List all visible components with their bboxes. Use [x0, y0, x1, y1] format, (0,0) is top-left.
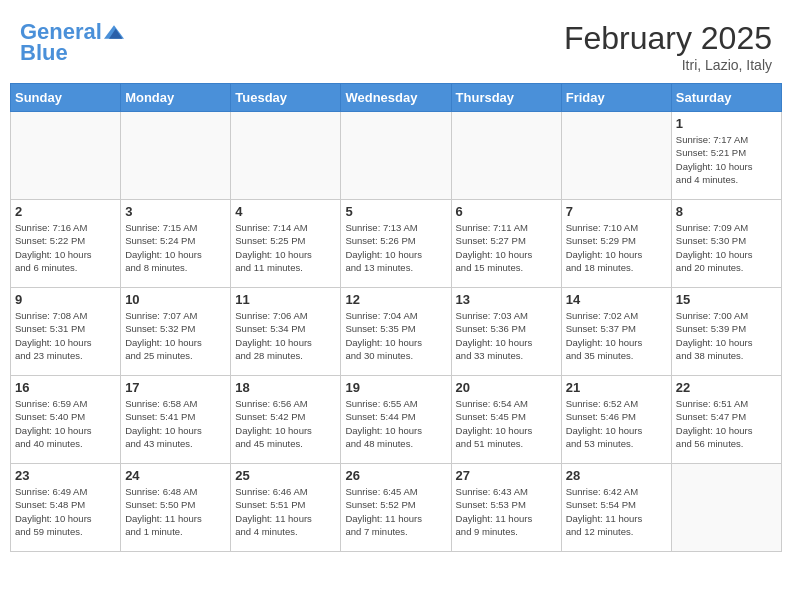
calendar-cell: 25Sunrise: 6:46 AM Sunset: 5:51 PM Dayli… — [231, 464, 341, 552]
day-number: 21 — [566, 380, 667, 395]
day-info: Sunrise: 7:04 AM Sunset: 5:35 PM Dayligh… — [345, 309, 446, 362]
calendar-cell: 19Sunrise: 6:55 AM Sunset: 5:44 PM Dayli… — [341, 376, 451, 464]
calendar-cell: 26Sunrise: 6:45 AM Sunset: 5:52 PM Dayli… — [341, 464, 451, 552]
calendar-cell: 28Sunrise: 6:42 AM Sunset: 5:54 PM Dayli… — [561, 464, 671, 552]
day-number: 6 — [456, 204, 557, 219]
day-info: Sunrise: 7:14 AM Sunset: 5:25 PM Dayligh… — [235, 221, 336, 274]
calendar-cell: 12Sunrise: 7:04 AM Sunset: 5:35 PM Dayli… — [341, 288, 451, 376]
day-number: 9 — [15, 292, 116, 307]
title-block: February 2025 Itri, Lazio, Italy — [564, 20, 772, 73]
day-info: Sunrise: 7:02 AM Sunset: 5:37 PM Dayligh… — [566, 309, 667, 362]
week-row-4: 16Sunrise: 6:59 AM Sunset: 5:40 PM Dayli… — [11, 376, 782, 464]
day-number: 10 — [125, 292, 226, 307]
calendar-cell: 23Sunrise: 6:49 AM Sunset: 5:48 PM Dayli… — [11, 464, 121, 552]
calendar-cell: 22Sunrise: 6:51 AM Sunset: 5:47 PM Dayli… — [671, 376, 781, 464]
day-info: Sunrise: 7:15 AM Sunset: 5:24 PM Dayligh… — [125, 221, 226, 274]
day-info: Sunrise: 6:45 AM Sunset: 5:52 PM Dayligh… — [345, 485, 446, 538]
day-number: 18 — [235, 380, 336, 395]
day-number: 8 — [676, 204, 777, 219]
day-info: Sunrise: 6:51 AM Sunset: 5:47 PM Dayligh… — [676, 397, 777, 450]
day-number: 23 — [15, 468, 116, 483]
day-number: 25 — [235, 468, 336, 483]
day-info: Sunrise: 7:09 AM Sunset: 5:30 PM Dayligh… — [676, 221, 777, 274]
calendar-cell — [451, 112, 561, 200]
day-number: 19 — [345, 380, 446, 395]
day-info: Sunrise: 6:46 AM Sunset: 5:51 PM Dayligh… — [235, 485, 336, 538]
logo: General Blue — [20, 20, 124, 66]
calendar-cell: 5Sunrise: 7:13 AM Sunset: 5:26 PM Daylig… — [341, 200, 451, 288]
day-info: Sunrise: 6:49 AM Sunset: 5:48 PM Dayligh… — [15, 485, 116, 538]
calendar-cell: 18Sunrise: 6:56 AM Sunset: 5:42 PM Dayli… — [231, 376, 341, 464]
calendar-cell: 24Sunrise: 6:48 AM Sunset: 5:50 PM Dayli… — [121, 464, 231, 552]
calendar-cell: 9Sunrise: 7:08 AM Sunset: 5:31 PM Daylig… — [11, 288, 121, 376]
day-number: 16 — [15, 380, 116, 395]
day-number: 17 — [125, 380, 226, 395]
day-number: 5 — [345, 204, 446, 219]
calendar-cell: 10Sunrise: 7:07 AM Sunset: 5:32 PM Dayli… — [121, 288, 231, 376]
location: Itri, Lazio, Italy — [564, 57, 772, 73]
day-number: 2 — [15, 204, 116, 219]
day-number: 22 — [676, 380, 777, 395]
day-number: 26 — [345, 468, 446, 483]
calendar-cell: 21Sunrise: 6:52 AM Sunset: 5:46 PM Dayli… — [561, 376, 671, 464]
day-info: Sunrise: 6:58 AM Sunset: 5:41 PM Dayligh… — [125, 397, 226, 450]
day-number: 7 — [566, 204, 667, 219]
calendar-cell: 11Sunrise: 7:06 AM Sunset: 5:34 PM Dayli… — [231, 288, 341, 376]
calendar-cell: 14Sunrise: 7:02 AM Sunset: 5:37 PM Dayli… — [561, 288, 671, 376]
day-info: Sunrise: 7:06 AM Sunset: 5:34 PM Dayligh… — [235, 309, 336, 362]
day-number: 20 — [456, 380, 557, 395]
week-row-5: 23Sunrise: 6:49 AM Sunset: 5:48 PM Dayli… — [11, 464, 782, 552]
week-row-1: 1Sunrise: 7:17 AM Sunset: 5:21 PM Daylig… — [11, 112, 782, 200]
calendar-cell — [561, 112, 671, 200]
weekday-header-tuesday: Tuesday — [231, 84, 341, 112]
calendar-cell — [231, 112, 341, 200]
day-info: Sunrise: 7:07 AM Sunset: 5:32 PM Dayligh… — [125, 309, 226, 362]
weekday-header-thursday: Thursday — [451, 84, 561, 112]
day-number: 27 — [456, 468, 557, 483]
day-number: 12 — [345, 292, 446, 307]
day-number: 14 — [566, 292, 667, 307]
day-number: 28 — [566, 468, 667, 483]
day-info: Sunrise: 7:13 AM Sunset: 5:26 PM Dayligh… — [345, 221, 446, 274]
day-info: Sunrise: 6:54 AM Sunset: 5:45 PM Dayligh… — [456, 397, 557, 450]
calendar-cell: 4Sunrise: 7:14 AM Sunset: 5:25 PM Daylig… — [231, 200, 341, 288]
logo-icon — [104, 22, 124, 42]
calendar-table: SundayMondayTuesdayWednesdayThursdayFrid… — [10, 83, 782, 552]
day-info: Sunrise: 6:48 AM Sunset: 5:50 PM Dayligh… — [125, 485, 226, 538]
calendar-cell: 20Sunrise: 6:54 AM Sunset: 5:45 PM Dayli… — [451, 376, 561, 464]
day-number: 3 — [125, 204, 226, 219]
day-info: Sunrise: 7:08 AM Sunset: 5:31 PM Dayligh… — [15, 309, 116, 362]
calendar-cell: 6Sunrise: 7:11 AM Sunset: 5:27 PM Daylig… — [451, 200, 561, 288]
day-info: Sunrise: 6:42 AM Sunset: 5:54 PM Dayligh… — [566, 485, 667, 538]
page-header: General Blue February 2025 Itri, Lazio, … — [10, 10, 782, 78]
week-row-2: 2Sunrise: 7:16 AM Sunset: 5:22 PM Daylig… — [11, 200, 782, 288]
calendar-cell: 8Sunrise: 7:09 AM Sunset: 5:30 PM Daylig… — [671, 200, 781, 288]
calendar-cell: 1Sunrise: 7:17 AM Sunset: 5:21 PM Daylig… — [671, 112, 781, 200]
month-title: February 2025 — [564, 20, 772, 57]
calendar-cell — [671, 464, 781, 552]
calendar-cell: 7Sunrise: 7:10 AM Sunset: 5:29 PM Daylig… — [561, 200, 671, 288]
day-info: Sunrise: 6:55 AM Sunset: 5:44 PM Dayligh… — [345, 397, 446, 450]
calendar-cell: 17Sunrise: 6:58 AM Sunset: 5:41 PM Dayli… — [121, 376, 231, 464]
day-info: Sunrise: 6:43 AM Sunset: 5:53 PM Dayligh… — [456, 485, 557, 538]
calendar-cell — [11, 112, 121, 200]
day-number: 1 — [676, 116, 777, 131]
day-number: 11 — [235, 292, 336, 307]
weekday-header-saturday: Saturday — [671, 84, 781, 112]
calendar-cell: 2Sunrise: 7:16 AM Sunset: 5:22 PM Daylig… — [11, 200, 121, 288]
day-info: Sunrise: 7:11 AM Sunset: 5:27 PM Dayligh… — [456, 221, 557, 274]
day-info: Sunrise: 7:00 AM Sunset: 5:39 PM Dayligh… — [676, 309, 777, 362]
weekday-header-sunday: Sunday — [11, 84, 121, 112]
day-info: Sunrise: 7:16 AM Sunset: 5:22 PM Dayligh… — [15, 221, 116, 274]
calendar-cell: 15Sunrise: 7:00 AM Sunset: 5:39 PM Dayli… — [671, 288, 781, 376]
day-number: 24 — [125, 468, 226, 483]
day-info: Sunrise: 7:10 AM Sunset: 5:29 PM Dayligh… — [566, 221, 667, 274]
day-number: 4 — [235, 204, 336, 219]
weekday-header-friday: Friday — [561, 84, 671, 112]
day-number: 15 — [676, 292, 777, 307]
day-info: Sunrise: 7:03 AM Sunset: 5:36 PM Dayligh… — [456, 309, 557, 362]
week-row-3: 9Sunrise: 7:08 AM Sunset: 5:31 PM Daylig… — [11, 288, 782, 376]
day-number: 13 — [456, 292, 557, 307]
day-info: Sunrise: 6:56 AM Sunset: 5:42 PM Dayligh… — [235, 397, 336, 450]
calendar-cell: 13Sunrise: 7:03 AM Sunset: 5:36 PM Dayli… — [451, 288, 561, 376]
